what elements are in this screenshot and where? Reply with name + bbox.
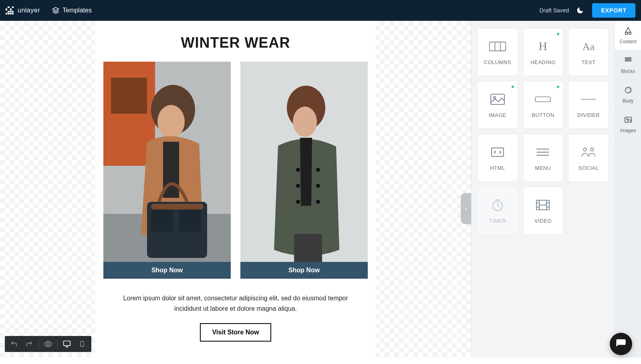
undo-button[interactable] bbox=[7, 338, 21, 350]
svg-point-18 bbox=[316, 168, 320, 172]
blocks-icon bbox=[624, 56, 633, 66]
tool-timer: TIMER bbox=[477, 187, 518, 235]
product-card[interactable]: Shop Now bbox=[103, 62, 231, 279]
side-tab-body[interactable]: Body bbox=[615, 80, 641, 110]
redo-button[interactable] bbox=[22, 338, 36, 350]
body-text[interactable]: Lorem ipsum dolor sit amet, consectetur … bbox=[119, 293, 352, 314]
svg-rect-33 bbox=[491, 94, 504, 105]
svg-marker-0 bbox=[52, 8, 58, 11]
tool-label: BUTTON bbox=[532, 112, 554, 118]
redo-icon bbox=[26, 340, 33, 348]
page-title[interactable]: WINTER WEAR bbox=[103, 21, 368, 62]
svg-rect-11 bbox=[151, 204, 203, 209]
svg-point-14 bbox=[293, 107, 317, 137]
html-icon bbox=[489, 145, 506, 159]
svg-rect-10 bbox=[179, 210, 201, 232]
product-image[interactable] bbox=[103, 62, 231, 262]
visit-store-button[interactable]: Visit Store Now bbox=[200, 323, 271, 342]
preview-button[interactable] bbox=[41, 338, 55, 350]
eye-icon bbox=[44, 340, 52, 348]
product-image[interactable] bbox=[240, 62, 368, 262]
timer-icon bbox=[489, 198, 506, 212]
svg-rect-37 bbox=[492, 148, 504, 156]
content-icon bbox=[624, 26, 633, 36]
tool-html[interactable]: HTML bbox=[477, 134, 518, 182]
tool-label: TEXT bbox=[582, 59, 596, 65]
tool-columns[interactable]: COLUMNS bbox=[477, 28, 518, 76]
tool-divider[interactable]: DIVIDER bbox=[568, 81, 609, 129]
svg-rect-68 bbox=[625, 117, 631, 123]
image-icon bbox=[489, 92, 506, 107]
side-tab-label: Images bbox=[620, 128, 636, 133]
theme-toggle[interactable] bbox=[576, 6, 584, 14]
svg-point-42 bbox=[591, 148, 594, 151]
tools-panel: COLUMNS ✦ H HEADING Aa TEXT ✦ IMAGE ✦ BU… bbox=[472, 21, 615, 358]
product-card[interactable]: Shop Now bbox=[240, 62, 368, 279]
ai-badge-icon: ✦ bbox=[556, 31, 560, 37]
svg-point-67 bbox=[629, 91, 629, 92]
side-tab-blocks[interactable]: Blocks bbox=[615, 50, 641, 80]
svg-point-22 bbox=[47, 343, 49, 345]
svg-rect-9 bbox=[151, 210, 173, 232]
svg-point-60 bbox=[629, 58, 631, 59]
svg-rect-57 bbox=[625, 32, 627, 35]
tool-menu[interactable]: MENU bbox=[523, 134, 564, 182]
export-button[interactable]: EXPORT bbox=[592, 3, 635, 18]
editor-canvas-wrap: WINTER WEAR bbox=[0, 21, 471, 358]
svg-point-61 bbox=[625, 60, 627, 61]
side-tab-label: Content bbox=[619, 39, 636, 44]
svg-point-15 bbox=[296, 168, 300, 172]
templates-link[interactable]: Templates bbox=[52, 7, 92, 14]
tool-button[interactable]: ✦ BUTTON bbox=[523, 81, 564, 129]
svg-point-6 bbox=[157, 105, 185, 139]
text-icon: Aa bbox=[580, 39, 597, 54]
button-icon bbox=[534, 92, 552, 107]
video-icon bbox=[534, 198, 552, 212]
tool-label: COLUMNS bbox=[484, 59, 512, 65]
svg-point-34 bbox=[494, 97, 496, 99]
svg-point-56 bbox=[629, 32, 631, 35]
ai-badge-icon: ✦ bbox=[510, 84, 515, 90]
shop-now-button[interactable]: Shop Now bbox=[240, 262, 368, 279]
desktop-view-button[interactable] bbox=[60, 338, 74, 350]
divider-icon bbox=[580, 92, 597, 107]
shop-now-button[interactable]: Shop Now bbox=[103, 262, 231, 279]
help-chat-button[interactable] bbox=[610, 333, 632, 355]
tool-label: MENU bbox=[535, 165, 551, 171]
tool-label: TIMER bbox=[489, 218, 506, 224]
side-tab-images[interactable]: Images bbox=[615, 110, 641, 139]
tool-label: IMAGE bbox=[489, 112, 506, 118]
svg-rect-3 bbox=[111, 78, 147, 114]
tool-label: SOCIAL bbox=[579, 165, 599, 171]
panel-collapse-handle[interactable] bbox=[461, 193, 471, 224]
tool-label: HTML bbox=[490, 165, 505, 171]
tool-heading[interactable]: ✦ H HEADING bbox=[523, 28, 564, 76]
tool-text[interactable]: Aa TEXT bbox=[568, 28, 609, 76]
side-tab-label: Blocks bbox=[621, 68, 635, 74]
side-tab-content[interactable]: Content bbox=[615, 21, 641, 50]
tool-image[interactable]: ✦ IMAGE bbox=[477, 81, 518, 129]
images-icon bbox=[624, 115, 633, 125]
mobile-icon bbox=[79, 340, 85, 348]
heading-icon: H bbox=[534, 39, 552, 54]
columns-icon bbox=[489, 39, 506, 54]
ai-badge-icon: ✦ bbox=[556, 84, 560, 90]
social-icon bbox=[580, 145, 597, 159]
tool-video[interactable]: VIDEO bbox=[523, 187, 564, 235]
svg-point-63 bbox=[629, 60, 631, 61]
brand-logo: unlayer bbox=[6, 6, 40, 14]
svg-point-17 bbox=[296, 200, 300, 204]
body-icon bbox=[624, 86, 633, 96]
side-tab-label: Body bbox=[623, 98, 633, 104]
top-bar: unlayer Templates Draft Saved EXPORT bbox=[0, 0, 641, 21]
tool-social[interactable]: SOCIAL bbox=[568, 134, 609, 182]
email-canvas[interactable]: WINTER WEAR bbox=[95, 21, 376, 358]
product-row: Shop Now bbox=[103, 62, 368, 279]
templates-label: Templates bbox=[62, 7, 92, 14]
layers-icon bbox=[52, 7, 59, 14]
svg-point-59 bbox=[627, 58, 629, 59]
tool-label: DIVIDER bbox=[577, 112, 600, 118]
device-toolbar bbox=[5, 336, 91, 352]
undo-icon bbox=[10, 340, 18, 348]
mobile-view-button[interactable] bbox=[75, 338, 89, 350]
